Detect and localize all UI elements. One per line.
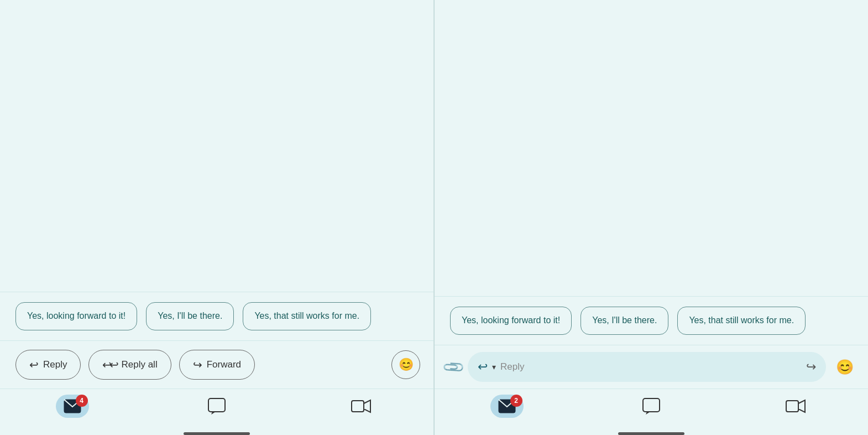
right-reply-bar: 📎 ↩ ▾ Reply ↪ 😊 bbox=[435, 345, 868, 389]
left-panel: Yes, looking forward to it! Yes, I'll be… bbox=[0, 0, 434, 435]
right-content-area bbox=[435, 0, 868, 296]
left-nav-video[interactable] bbox=[344, 395, 378, 418]
left-action-bar: ↩ Reply ↩↩ Reply all ↪ Forward 😊 bbox=[0, 340, 433, 389]
attach-icon[interactable]: 📎 bbox=[441, 355, 466, 380]
forward-label: Forward bbox=[207, 359, 241, 370]
svg-marker-4 bbox=[364, 400, 370, 412]
left-nav-mail[interactable]: 4 bbox=[56, 395, 89, 418]
reply-input-placeholder[interactable]: Reply bbox=[500, 361, 802, 372]
left-video-icon-wrap bbox=[344, 395, 378, 418]
left-mail-badge: 4 bbox=[76, 395, 88, 407]
emoji-icon-left: 😊 bbox=[399, 358, 414, 372]
svg-rect-6 bbox=[643, 398, 660, 412]
svg-marker-9 bbox=[798, 400, 805, 412]
left-home-indicator bbox=[184, 432, 250, 435]
reply-label: Reply bbox=[43, 359, 67, 370]
right-chat-icon-wrap bbox=[635, 395, 668, 418]
right-nav-video[interactable] bbox=[779, 395, 812, 418]
right-quick-replies: Yes, looking forward to it! Yes, I'll be… bbox=[435, 296, 868, 345]
left-bottom-nav: 4 bbox=[0, 389, 433, 429]
right-nav-chat[interactable] bbox=[635, 395, 668, 418]
reply-arrow-left-icon: ↩ bbox=[478, 360, 488, 374]
emoji-icon-right: 😊 bbox=[836, 359, 854, 376]
reply-icon: ↩ bbox=[29, 358, 39, 371]
forward-icon: ↪ bbox=[193, 358, 202, 371]
left-content-area bbox=[0, 0, 433, 292]
right-mail-icon-wrap: 2 bbox=[490, 395, 524, 418]
right-bottom-nav: 2 bbox=[435, 389, 868, 429]
right-panel: Yes, looking forward to it! Yes, I'll be… bbox=[435, 0, 868, 435]
right-chip-2[interactable]: Yes, I'll be there. bbox=[581, 307, 668, 335]
emoji-button-right[interactable]: 😊 bbox=[832, 354, 858, 380]
left-video-svg-icon bbox=[351, 399, 371, 413]
right-chip-3[interactable]: Yes, that still works for me. bbox=[677, 307, 806, 335]
right-nav-mail[interactable]: 2 bbox=[490, 395, 524, 418]
reply-button[interactable]: ↩ Reply bbox=[15, 350, 81, 380]
left-nav-chat[interactable] bbox=[200, 395, 233, 418]
reply-all-icon: ↩↩ bbox=[102, 358, 117, 371]
forward-button[interactable]: ↪ Forward bbox=[179, 350, 255, 380]
svg-rect-1 bbox=[208, 398, 225, 412]
left-chat-svg-icon bbox=[208, 398, 226, 415]
left-mail-icon-wrap: 4 bbox=[56, 395, 89, 418]
right-video-svg-icon bbox=[786, 399, 806, 413]
reply-chevron-icon[interactable]: ▾ bbox=[492, 362, 496, 371]
right-chip-1[interactable]: Yes, looking forward to it! bbox=[450, 307, 572, 335]
left-chip-2[interactable]: Yes, I'll be there. bbox=[146, 302, 234, 330]
reply-arrow-right-icon: ↪ bbox=[806, 360, 816, 374]
reply-all-label: Reply all bbox=[121, 359, 157, 370]
left-chip-1[interactable]: Yes, looking forward to it! bbox=[15, 302, 137, 330]
svg-rect-3 bbox=[352, 401, 364, 412]
right-chat-svg-icon bbox=[642, 398, 660, 415]
left-chip-3[interactable]: Yes, that still works for me. bbox=[243, 302, 371, 330]
right-mail-badge: 2 bbox=[510, 395, 522, 407]
right-home-indicator bbox=[618, 432, 684, 435]
left-chat-icon-wrap bbox=[200, 395, 233, 418]
emoji-button-left[interactable]: 😊 bbox=[391, 350, 420, 379]
left-quick-replies: Yes, looking forward to it! Yes, I'll be… bbox=[0, 292, 433, 340]
svg-rect-8 bbox=[786, 401, 798, 412]
right-video-icon-wrap bbox=[779, 395, 812, 418]
reply-all-button[interactable]: ↩↩ Reply all bbox=[88, 350, 171, 380]
reply-input-container[interactable]: ↩ ▾ Reply ↪ bbox=[468, 352, 826, 382]
